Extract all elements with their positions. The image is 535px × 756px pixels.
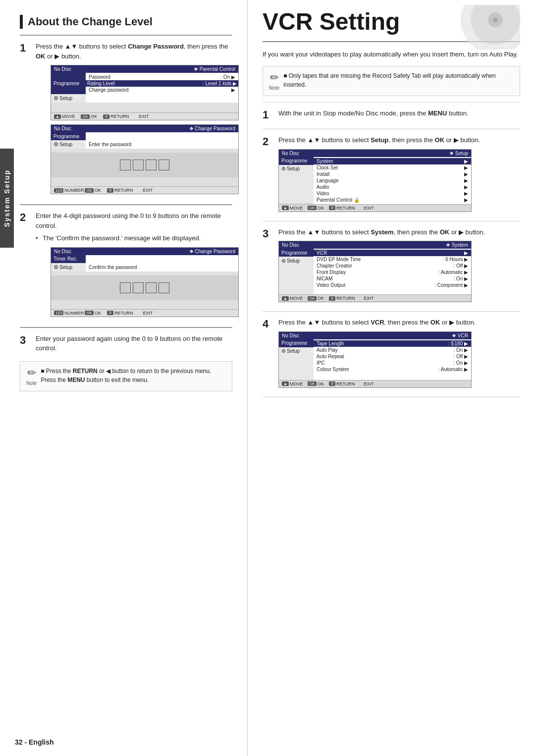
menu-system: System▶ bbox=[314, 158, 471, 164]
screen-mock-2: No Disc ❖ Change Password Programme ⚙ Se… bbox=[51, 124, 239, 194]
note-box-right: ✏ Note ■ Only tapes that are missing the… bbox=[263, 66, 520, 96]
password-boxes-2 bbox=[51, 280, 238, 295]
screen-context-1: ❖ Parental Control bbox=[194, 66, 235, 72]
sidebar-tab: System Setup bbox=[0, 149, 14, 248]
step-2-block: 2 Enter the 4-digit password using the 0… bbox=[20, 211, 232, 321]
screen-nodisc-1: No Disc bbox=[54, 66, 71, 72]
step-3-text: Enter your password again using the 0 to… bbox=[36, 334, 232, 353]
screen-row-prog-3: Timer Rec. bbox=[51, 255, 238, 263]
section-title-text: About the Change Level bbox=[28, 15, 153, 28]
menu-item-rating: Rating Level: Level 1 kids ▶ bbox=[86, 80, 238, 87]
screen-prog-setup: Programme bbox=[279, 157, 314, 165]
divider-top bbox=[20, 35, 232, 36]
note-text-left: ■ Press the RETURN or ◀ button to return… bbox=[41, 367, 226, 384]
screen-row-setup-2: ⚙ Setup Enter the password bbox=[51, 140, 238, 149]
gear-icon-vcr: ⚙ bbox=[281, 348, 286, 354]
password-boxes-1 bbox=[51, 158, 238, 172]
screen-setup-header: No Disc ❖ Setup bbox=[279, 150, 471, 157]
r-step-3-block: 3 Press the ▲▼ buttons to select System,… bbox=[263, 227, 520, 305]
menu-vcr: VCR▶ bbox=[314, 250, 471, 256]
vcr-title-area: VCR Setting bbox=[263, 10, 520, 42]
r-step-3-num: 3 bbox=[263, 228, 273, 239]
r-step-2-content: Press the ▲▼ buttons to select Setup, th… bbox=[278, 135, 520, 214]
step-1-content: Press the ▲▼ buttons to select Change Pa… bbox=[36, 42, 239, 198]
menu-ipc: IPC: On ▶ bbox=[317, 360, 468, 366]
screen-vcr-header: No Disc ❖ VCR bbox=[279, 332, 471, 339]
pass-box-4 bbox=[159, 160, 169, 170]
screen-body-3: Timer Rec. ⚙ Setup Confirm the password bbox=[51, 255, 238, 309]
note-icon-area: ✏ Note bbox=[26, 367, 37, 386]
pass-box-5 bbox=[120, 282, 131, 293]
screen-body-2: Programme ⚙ Setup Enter the password bbox=[51, 132, 238, 186]
screen-header-1: No Disc ❖ Parental Control bbox=[51, 65, 238, 73]
r-step-1-num: 1 bbox=[263, 109, 273, 120]
r-divider-2 bbox=[263, 129, 520, 129]
menu-language: Language▶ bbox=[317, 177, 468, 184]
step-1-number: 1 bbox=[20, 43, 31, 54]
r-divider-1 bbox=[263, 102, 520, 103]
screen-mock-1: No Disc ❖ Parental Control Programme Pas… bbox=[51, 65, 239, 120]
page-number: 32 - English bbox=[15, 738, 54, 746]
screen-setup-footer: ▲ MOVE OK OK ⑤ RETURN EXIT bbox=[279, 204, 471, 212]
menu-videooutput: Video Output: Component ▶ bbox=[317, 282, 468, 288]
screen-vcr-left: Programme ⚙Setup bbox=[279, 339, 314, 380]
screen-vcr-menu: Tape Length: E180 ▶ Auto Play: On ▶ Auto… bbox=[314, 339, 471, 380]
r-step-1-block: 1 With the unit in Stop mode/No Disc mod… bbox=[263, 108, 520, 122]
r-step-2-num: 2 bbox=[263, 136, 273, 147]
r-step-1-text: With the unit in Stop mode/No Disc mode,… bbox=[278, 108, 520, 118]
menu-video: Video▶ bbox=[317, 190, 468, 197]
pencil-icon: ✏ bbox=[27, 367, 36, 379]
menu-frontdisplay: Front Display: Automatic ▶ bbox=[317, 269, 468, 275]
sidebar-label: System Setup bbox=[3, 169, 11, 227]
screen-prog-1: Programme bbox=[51, 73, 86, 94]
r-step-4-num: 4 bbox=[263, 319, 273, 329]
screen-system-header: No Disc ❖ System bbox=[279, 241, 471, 249]
screen-prog-vcr: Programme bbox=[279, 339, 314, 347]
r-step-4-text: Press the ▲▼ buttons to select VCR, then… bbox=[278, 318, 520, 327]
screen-row-prog-2: Programme bbox=[51, 132, 238, 140]
screen-nodisc-2: No Disc bbox=[54, 126, 71, 131]
screen-prog-2: Programme bbox=[51, 132, 86, 140]
r-divider-3 bbox=[263, 221, 520, 221]
screen-system-menu: VCR▶ DVD EP Mode Time: 6 Hours ▶ Chapter… bbox=[314, 249, 471, 294]
divider-step2 bbox=[20, 327, 232, 328]
menu-audio: Audio▶ bbox=[317, 184, 468, 190]
step-2-text: Enter the 4-digit password using the 0 t… bbox=[36, 211, 239, 230]
gear-icon-2: ⚙ bbox=[54, 141, 58, 148]
pass-box-2 bbox=[133, 160, 144, 170]
menu-chaptercreator: Chapter Creator: Off ▶ bbox=[317, 263, 468, 269]
r-step-4-block: 4 Press the ▲▼ buttons to select VCR, th… bbox=[263, 318, 520, 390]
screen-body-1: Programme Password: On ▶ Rating Level: L… bbox=[51, 73, 238, 112]
screen-context-3: ❖ Change Password bbox=[189, 249, 236, 254]
screen-footer-1: ▲ MOVE OK OK ⑤ RETURN EXIT bbox=[51, 112, 238, 120]
intro-text: If you want your videotapes to play auto… bbox=[263, 50, 520, 60]
pass-box-6 bbox=[133, 282, 144, 293]
screen-setup-mock: No Disc ❖ Setup Programme ⚙Setup System▶… bbox=[278, 149, 472, 212]
screen-prog-system: Programme bbox=[279, 249, 314, 257]
gear-icon-3: ⚙ bbox=[54, 264, 58, 270]
note-text-right: ■ Only tapes that are missing the Record… bbox=[283, 71, 514, 89]
menu-nicam: NICAM: On ▶ bbox=[317, 275, 468, 282]
screen-setup-gear: ⚙Setup bbox=[279, 165, 314, 173]
pencil-icon-r: ✏ bbox=[270, 71, 279, 84]
screen-system-gear: ⚙Setup bbox=[279, 257, 314, 265]
gear-icon-1: ⚙ bbox=[54, 95, 58, 102]
step-2-number: 2 bbox=[20, 212, 31, 223]
r-step-1-content: With the unit in Stop mode/No Disc mode,… bbox=[278, 108, 520, 122]
pass-box-1 bbox=[120, 160, 131, 170]
step-2-content: Enter the 4-digit password using the 0 t… bbox=[36, 211, 239, 321]
section-heading: About the Change Level bbox=[20, 15, 232, 29]
screen-mock-3: No Disc ❖ Change Password Timer Rec. ⚙ S… bbox=[51, 247, 239, 317]
menu-item-changepass: Change password▶ bbox=[89, 87, 235, 93]
step-2-bullet: The 'Confirm the password.' message will… bbox=[36, 233, 239, 243]
r-divider-bottom bbox=[263, 397, 520, 397]
menu-install: Install▶ bbox=[317, 171, 468, 177]
screen-vcr-mock: No Disc ❖ VCR Programme ⚙Setup Tape Leng… bbox=[278, 331, 472, 388]
menu-tapelength: Tape Length: E180 ▶ bbox=[314, 340, 471, 347]
r-step-2-text: Press the ▲▼ buttons to select Setup, th… bbox=[278, 135, 520, 145]
r-step-2-block: 2 Press the ▲▼ buttons to select Setup, … bbox=[263, 135, 520, 214]
title-bar-icon bbox=[20, 15, 23, 29]
screen-row-setup-3: ⚙ Setup Confirm the password bbox=[51, 263, 238, 271]
screen-system-mock: No Disc ❖ System Programme ⚙Setup VCR▶ D… bbox=[278, 241, 472, 302]
pass-box-3 bbox=[146, 160, 157, 170]
